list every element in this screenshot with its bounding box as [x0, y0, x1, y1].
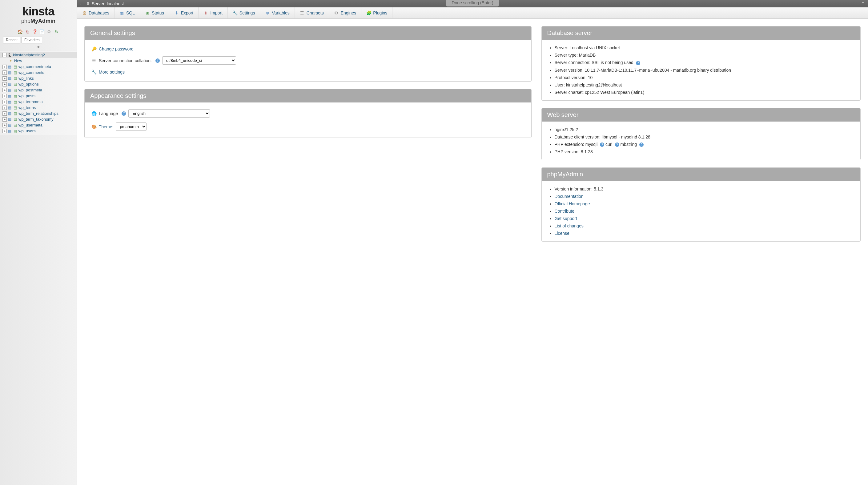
help-icon[interactable]: ?: [600, 142, 604, 147]
tree-table[interactable]: +▦▤wp_postmeta: [0, 87, 76, 93]
language-icon: 🌐: [91, 111, 96, 116]
menu-export[interactable]: ⬇Export: [169, 7, 198, 19]
table-icon: ▦: [8, 70, 12, 75]
import-icon: ⬆: [204, 10, 208, 15]
logout-icon[interactable]: ⎘: [25, 29, 30, 34]
db-tree: − 🗄 kinstahelptesting2 ✦ New +▦▤wp_comme…: [0, 51, 76, 135]
tree-table[interactable]: +▦▤wp_term_taxonomy: [0, 116, 76, 122]
tree-table[interactable]: +▦▤wp_comments: [0, 69, 76, 75]
link-support[interactable]: Get support: [555, 216, 577, 221]
menu-databases[interactable]: 🗄Databases: [77, 7, 115, 19]
browse-icon: ▤: [13, 76, 18, 80]
theme-select[interactable]: pmahomme: [116, 123, 147, 131]
docs-icon[interactable]: 📄: [39, 29, 44, 34]
help-icon[interactable]: ?: [615, 142, 619, 147]
expand-icon[interactable]: +: [2, 129, 7, 133]
tree-table[interactable]: +▦▤wp_options: [0, 81, 76, 87]
link-icon[interactable]: ⚭: [0, 43, 76, 51]
variables-icon: ⊕: [265, 10, 270, 15]
table-icon: ▦: [8, 88, 12, 92]
settings-icon[interactable]: ⚙: [47, 29, 52, 34]
expand-icon[interactable]: +: [2, 76, 7, 80]
help-icon[interactable]: ❓: [32, 29, 37, 34]
table-name: wp_options: [19, 82, 39, 87]
menu-sql[interactable]: ▦SQL: [115, 7, 140, 19]
menu-variables[interactable]: ⊕Variables: [260, 7, 294, 19]
table-name: wp_term_relationships: [19, 111, 59, 116]
expand-icon[interactable]: +: [2, 70, 7, 75]
table-icon: ▦: [8, 111, 12, 116]
link-license[interactable]: License: [555, 231, 569, 236]
tab-favorites[interactable]: Favorites: [22, 37, 42, 43]
expand-icon[interactable]: +: [2, 111, 7, 116]
panel-title: phpMyAdmin: [542, 168, 861, 181]
collation-select[interactable]: utf8mb4_unicode_ci: [162, 56, 236, 65]
tree-table[interactable]: +▦▤wp_terms: [0, 105, 76, 110]
help-icon[interactable]: ?: [636, 61, 640, 65]
server-icon: 🖥: [86, 2, 90, 6]
language-select[interactable]: English: [128, 109, 210, 118]
link-changes[interactable]: List of changes: [555, 223, 584, 228]
collapse-icon[interactable]: −: [2, 53, 7, 57]
engines-icon: ⚙: [334, 10, 339, 15]
more-settings-icon: 🔧: [91, 69, 96, 74]
reload-icon[interactable]: ↻: [54, 29, 59, 34]
tree-table[interactable]: +▦▤wp_users: [0, 128, 76, 134]
menu-charsets[interactable]: ☰Charsets: [295, 7, 329, 19]
expand-icon[interactable]: +: [2, 88, 7, 92]
theme-label[interactable]: Theme:: [99, 124, 113, 129]
info-db-client: Database client version: libmysql - mysq…: [555, 133, 854, 141]
table-name: wp_commentmeta: [19, 64, 51, 69]
tree-table[interactable]: +▦▤wp_termmeta: [0, 99, 76, 105]
collapse-panel-icon[interactable]: ⌃: [861, 1, 865, 7]
menu-status[interactable]: ◉Status: [140, 7, 169, 19]
browse-icon: ▤: [13, 123, 18, 127]
table-name: wp_postmeta: [19, 88, 42, 92]
table-name: wp_users: [19, 129, 36, 133]
menu-plugins[interactable]: 🧩Plugins: [361, 7, 393, 19]
browse-icon: ▤: [13, 105, 18, 110]
help-icon[interactable]: ?: [639, 142, 644, 147]
menu-engines[interactable]: ⚙Engines: [329, 7, 362, 19]
table-icon: ▦: [8, 123, 12, 127]
expand-icon[interactable]: +: [2, 94, 7, 98]
expand-icon[interactable]: +: [2, 65, 7, 69]
info-user: User: kinstahelptesting2@localhost: [555, 81, 854, 89]
table-icon: ▦: [8, 117, 12, 122]
menu-settings[interactable]: 🔧Settings: [228, 7, 260, 19]
back-icon[interactable]: ←: [80, 2, 84, 6]
logo: kinsta phpMyAdmin: [0, 0, 76, 27]
tab-recent[interactable]: Recent: [3, 37, 20, 43]
plugins-icon: 🧩: [366, 10, 371, 15]
info-protocol: Protocol version: 10: [555, 74, 854, 81]
tree-new[interactable]: ✦ New: [0, 58, 76, 64]
link-homepage[interactable]: Official Homepage: [555, 201, 590, 206]
tree-table[interactable]: +▦▤wp_usermeta: [0, 122, 76, 128]
table-icon: ▦: [8, 65, 12, 69]
expand-icon[interactable]: +: [2, 82, 7, 87]
change-password-link[interactable]: Change password: [99, 46, 133, 52]
link-documentation[interactable]: Documentation: [555, 194, 584, 199]
menu-import[interactable]: ⬆Import: [198, 7, 228, 19]
breadcrumb[interactable]: Server: localhost: [92, 1, 124, 6]
more-settings-link[interactable]: More settings: [99, 69, 125, 74]
home-icon[interactable]: 🏠: [18, 29, 23, 34]
expand-icon[interactable]: +: [2, 117, 7, 122]
expand-icon[interactable]: +: [2, 123, 7, 127]
tree-table[interactable]: +▦▤wp_links: [0, 75, 76, 81]
tree-database[interactable]: − 🗄 kinstahelptesting2: [0, 52, 76, 58]
expand-icon[interactable]: +: [2, 105, 7, 110]
tree-table[interactable]: +▦▤wp_term_relationships: [0, 110, 76, 116]
status-icon: ◉: [145, 10, 150, 15]
browse-icon: ▤: [13, 100, 18, 104]
tree-table[interactable]: +▦▤wp_commentmeta: [0, 64, 76, 69]
panel-title: Web server: [542, 108, 861, 122]
tree-table[interactable]: +▦▤wp_posts: [0, 93, 76, 99]
table-icon: ▦: [8, 94, 12, 98]
help-icon[interactable]: ?: [155, 59, 160, 63]
table-icon: ▦: [8, 105, 12, 110]
expand-icon[interactable]: +: [2, 100, 7, 104]
link-contribute[interactable]: Contribute: [555, 208, 575, 214]
panel-web-server: Web server nginx/1.25.2 Database client …: [541, 108, 861, 160]
help-icon[interactable]: ?: [122, 111, 126, 116]
